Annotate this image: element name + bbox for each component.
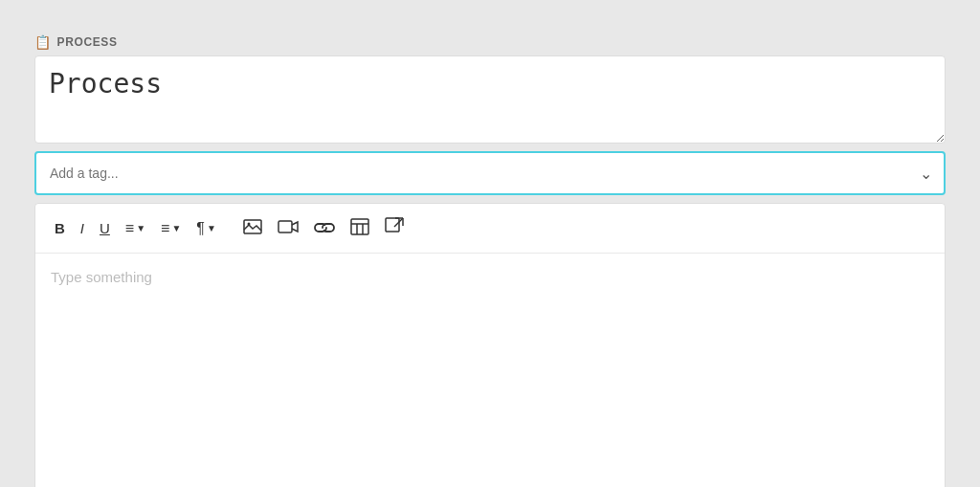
embed-button[interactable] [379,213,410,243]
table-icon [350,218,369,238]
italic-icon: I [80,221,84,235]
table-button[interactable] [345,214,375,242]
page-wrapper: 📋 PROCESS ⌄ B I U ≡ ▼ [19,19,961,487]
video-icon [278,219,299,237]
bold-button[interactable]: B [49,217,71,239]
italic-button[interactable]: I [75,217,90,239]
paragraph-icon: ¶ [196,221,205,236]
ordered-list-chevron: ▼ [136,224,145,233]
title-input[interactable] [34,55,946,144]
ordered-list-icon: ≡ [125,221,134,236]
paragraph-chevron: ▼ [207,224,216,233]
link-button[interactable] [308,216,341,241]
editor-placeholder: Type something [51,269,152,285]
tag-input-wrapper: ⌄ [34,151,946,195]
tag-input[interactable] [36,156,908,190]
paragraph-button[interactable]: ¶ ▼ [190,217,222,240]
editor-body[interactable]: Type something [35,254,945,487]
toolbar: B I U ≡ ▼ ≡ ▼ ¶ ▼ [35,204,945,254]
tag-dropdown-button[interactable]: ⌄ [908,155,944,192]
svg-rect-2 [278,221,292,232]
editor-container: B I U ≡ ▼ ≡ ▼ ¶ ▼ [34,203,946,487]
underline-icon: U [100,221,110,235]
video-button[interactable] [272,215,304,241]
link-icon [314,220,335,237]
unordered-list-button[interactable]: ≡ ▼ [155,217,187,240]
section-label: 📋 PROCESS [34,34,946,50]
section-label-text: PROCESS [57,35,118,49]
image-button[interactable] [237,215,268,241]
unordered-list-chevron: ▼ [171,224,181,233]
ordered-list-button[interactable]: ≡ ▼ [120,217,151,240]
underline-button[interactable]: U [94,217,116,239]
svg-rect-3 [351,219,368,234]
process-icon: 📋 [34,34,52,50]
unordered-list-icon: ≡ [161,221,169,236]
image-icon [243,219,262,237]
embed-icon [385,217,404,239]
bold-icon: B [55,221,65,235]
